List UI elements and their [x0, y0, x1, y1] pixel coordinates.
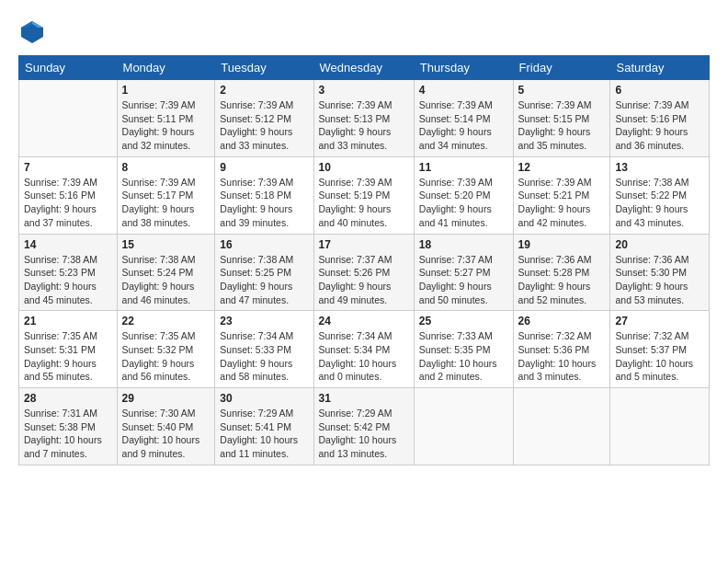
- week-row-4: 21Sunrise: 7:35 AMSunset: 5:31 PMDayligh…: [19, 311, 710, 388]
- calendar-cell: 23Sunrise: 7:34 AMSunset: 5:33 PMDayligh…: [215, 311, 313, 388]
- day-info: Sunrise: 7:39 AMSunset: 5:15 PMDaylight:…: [518, 98, 606, 153]
- day-number: 28: [24, 392, 112, 405]
- day-info: Sunrise: 7:36 AMSunset: 5:28 PMDaylight:…: [518, 253, 606, 307]
- calendar-body: 1Sunrise: 7:39 AMSunset: 5:11 PMDaylight…: [19, 80, 710, 465]
- day-number: 31: [319, 392, 409, 405]
- day-info: Sunrise: 7:39 AMSunset: 5:13 PMDaylight:…: [319, 98, 409, 153]
- calendar-cell: 10Sunrise: 7:39 AMSunset: 5:19 PMDayligh…: [313, 156, 414, 234]
- calendar-cell: 16Sunrise: 7:38 AMSunset: 5:25 PMDayligh…: [215, 234, 313, 311]
- svg-marker-0: [21, 21, 43, 43]
- day-info: Sunrise: 7:36 AMSunset: 5:30 PMDaylight:…: [615, 253, 704, 307]
- week-row-3: 14Sunrise: 7:38 AMSunset: 5:23 PMDayligh…: [19, 234, 710, 311]
- calendar-cell: 11Sunrise: 7:39 AMSunset: 5:20 PMDayligh…: [414, 156, 513, 234]
- day-number: 24: [319, 315, 409, 327]
- day-info: Sunrise: 7:38 AMSunset: 5:24 PMDaylight:…: [122, 253, 210, 307]
- day-info: Sunrise: 7:35 AMSunset: 5:32 PMDaylight:…: [122, 329, 210, 384]
- calendar-cell: 9Sunrise: 7:39 AMSunset: 5:18 PMDaylight…: [215, 156, 313, 234]
- calendar-cell: 1Sunrise: 7:39 AMSunset: 5:11 PMDaylight…: [117, 80, 215, 157]
- week-row-1: 1Sunrise: 7:39 AMSunset: 5:11 PMDaylight…: [19, 80, 710, 157]
- calendar-cell: 6Sunrise: 7:39 AMSunset: 5:16 PMDaylight…: [610, 80, 710, 157]
- calendar-cell: [610, 388, 710, 465]
- day-number: 1: [122, 84, 210, 97]
- calendar-cell: 29Sunrise: 7:30 AMSunset: 5:40 PMDayligh…: [117, 388, 215, 465]
- calendar-cell: 4Sunrise: 7:39 AMSunset: 5:14 PMDaylight…: [414, 80, 513, 157]
- day-number: 11: [419, 161, 508, 174]
- day-number: 3: [319, 84, 409, 97]
- day-info: Sunrise: 7:37 AMSunset: 5:26 PMDaylight:…: [319, 253, 409, 307]
- day-info: Sunrise: 7:34 AMSunset: 5:34 PMDaylight:…: [319, 329, 409, 384]
- calendar-cell: 3Sunrise: 7:39 AMSunset: 5:13 PMDaylight…: [313, 80, 414, 157]
- calendar-cell: 21Sunrise: 7:35 AMSunset: 5:31 PMDayligh…: [19, 311, 118, 388]
- col-header-tuesday: Tuesday: [215, 56, 313, 80]
- day-info: Sunrise: 7:39 AMSunset: 5:11 PMDaylight:…: [122, 98, 210, 153]
- calendar-cell: 19Sunrise: 7:36 AMSunset: 5:28 PMDayligh…: [513, 234, 610, 311]
- day-info: Sunrise: 7:39 AMSunset: 5:20 PMDaylight:…: [419, 176, 508, 230]
- day-info: Sunrise: 7:39 AMSunset: 5:16 PMDaylight:…: [24, 176, 112, 230]
- day-info: Sunrise: 7:38 AMSunset: 5:23 PMDaylight:…: [24, 253, 112, 307]
- calendar-cell: [513, 388, 610, 465]
- day-info: Sunrise: 7:32 AMSunset: 5:36 PMDaylight:…: [518, 329, 606, 384]
- day-number: 16: [220, 238, 308, 251]
- calendar-cell: 27Sunrise: 7:32 AMSunset: 5:37 PMDayligh…: [610, 311, 710, 388]
- day-info: Sunrise: 7:39 AMSunset: 5:16 PMDaylight:…: [615, 98, 704, 153]
- day-number: 7: [24, 161, 112, 174]
- day-info: Sunrise: 7:32 AMSunset: 5:37 PMDaylight:…: [615, 329, 704, 384]
- day-number: 22: [122, 315, 210, 327]
- calendar-cell: 17Sunrise: 7:37 AMSunset: 5:26 PMDayligh…: [313, 234, 414, 311]
- day-info: Sunrise: 7:35 AMSunset: 5:31 PMDaylight:…: [24, 329, 112, 384]
- calendar-cell: 7Sunrise: 7:39 AMSunset: 5:16 PMDaylight…: [19, 156, 118, 234]
- day-number: 5: [518, 84, 606, 97]
- header: [18, 18, 710, 46]
- day-info: Sunrise: 7:39 AMSunset: 5:21 PMDaylight:…: [518, 176, 606, 230]
- day-number: 8: [122, 161, 210, 174]
- day-info: Sunrise: 7:33 AMSunset: 5:35 PMDaylight:…: [419, 329, 508, 384]
- calendar-cell: [19, 80, 118, 157]
- week-row-5: 28Sunrise: 7:31 AMSunset: 5:38 PMDayligh…: [19, 388, 710, 465]
- calendar-header-row: SundayMondayTuesdayWednesdayThursdayFrid…: [19, 56, 710, 80]
- week-row-2: 7Sunrise: 7:39 AMSunset: 5:16 PMDaylight…: [19, 156, 710, 234]
- calendar-cell: 22Sunrise: 7:35 AMSunset: 5:32 PMDayligh…: [117, 311, 215, 388]
- calendar-cell: 2Sunrise: 7:39 AMSunset: 5:12 PMDaylight…: [215, 80, 313, 157]
- calendar-cell: 12Sunrise: 7:39 AMSunset: 5:21 PMDayligh…: [513, 156, 610, 234]
- day-number: 4: [419, 84, 508, 97]
- col-header-thursday: Thursday: [414, 56, 513, 80]
- calendar-cell: 20Sunrise: 7:36 AMSunset: 5:30 PMDayligh…: [610, 234, 710, 311]
- day-info: Sunrise: 7:39 AMSunset: 5:12 PMDaylight:…: [220, 98, 308, 153]
- day-number: 13: [615, 161, 704, 174]
- day-number: 17: [319, 238, 409, 251]
- calendar-cell: 31Sunrise: 7:29 AMSunset: 5:42 PMDayligh…: [313, 388, 414, 465]
- day-info: Sunrise: 7:29 AMSunset: 5:41 PMDaylight:…: [220, 407, 308, 461]
- col-header-monday: Monday: [117, 56, 215, 80]
- calendar-cell: 26Sunrise: 7:32 AMSunset: 5:36 PMDayligh…: [513, 311, 610, 388]
- day-number: 23: [220, 315, 308, 327]
- calendar-cell: 28Sunrise: 7:31 AMSunset: 5:38 PMDayligh…: [19, 388, 118, 465]
- day-info: Sunrise: 7:31 AMSunset: 5:38 PMDaylight:…: [24, 407, 112, 461]
- day-number: 12: [518, 161, 606, 174]
- day-number: 6: [615, 84, 704, 97]
- day-number: 30: [220, 392, 308, 405]
- calendar-cell: 18Sunrise: 7:37 AMSunset: 5:27 PMDayligh…: [414, 234, 513, 311]
- day-number: 25: [419, 315, 508, 327]
- day-info: Sunrise: 7:37 AMSunset: 5:27 PMDaylight:…: [419, 253, 508, 307]
- day-number: 19: [518, 238, 606, 251]
- calendar-cell: 15Sunrise: 7:38 AMSunset: 5:24 PMDayligh…: [117, 234, 215, 311]
- day-number: 26: [518, 315, 606, 327]
- calendar-cell: [414, 388, 513, 465]
- day-info: Sunrise: 7:29 AMSunset: 5:42 PMDaylight:…: [319, 407, 409, 461]
- calendar-cell: 5Sunrise: 7:39 AMSunset: 5:15 PMDaylight…: [513, 80, 610, 157]
- calendar-cell: 30Sunrise: 7:29 AMSunset: 5:41 PMDayligh…: [215, 388, 313, 465]
- day-info: Sunrise: 7:30 AMSunset: 5:40 PMDaylight:…: [122, 407, 210, 461]
- day-number: 21: [24, 315, 112, 327]
- day-number: 20: [615, 238, 704, 251]
- day-info: Sunrise: 7:39 AMSunset: 5:18 PMDaylight:…: [220, 176, 308, 230]
- col-header-wednesday: Wednesday: [313, 56, 414, 80]
- calendar-cell: 14Sunrise: 7:38 AMSunset: 5:23 PMDayligh…: [19, 234, 118, 311]
- calendar-cell: 25Sunrise: 7:33 AMSunset: 5:35 PMDayligh…: [414, 311, 513, 388]
- calendar-cell: 13Sunrise: 7:38 AMSunset: 5:22 PMDayligh…: [610, 156, 710, 234]
- col-header-friday: Friday: [513, 56, 610, 80]
- day-number: 2: [220, 84, 308, 97]
- day-info: Sunrise: 7:38 AMSunset: 5:22 PMDaylight:…: [615, 176, 704, 230]
- day-number: 15: [122, 238, 210, 251]
- day-info: Sunrise: 7:38 AMSunset: 5:25 PMDaylight:…: [220, 253, 308, 307]
- day-number: 9: [220, 161, 308, 174]
